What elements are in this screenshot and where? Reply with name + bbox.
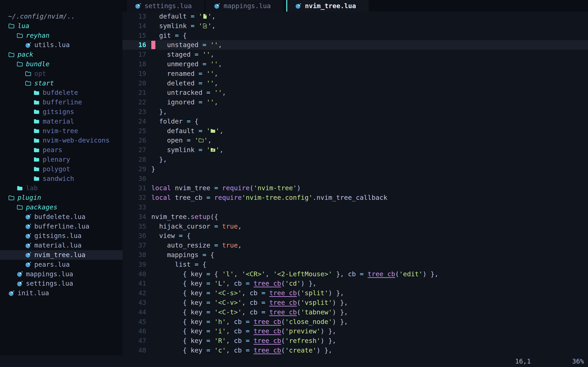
code-text: { key = 'h', cb = tree_cb('close_node') … bbox=[151, 317, 348, 327]
code-line-17[interactable]: 17 staged = '', bbox=[122, 50, 588, 59]
code-line-33[interactable]: 33 bbox=[122, 202, 588, 212]
tree-item-bundle[interactable]: bundle bbox=[0, 59, 122, 69]
tree-item-nvim-web-devicons[interactable]: nvim-web-devicons bbox=[0, 136, 122, 145]
tree-item-bufferline.lua[interactable]: bufferline.lua bbox=[0, 222, 122, 231]
line-number: 13 bbox=[122, 12, 146, 21]
tree-item-mappings.lua[interactable]: mappings.lua bbox=[0, 269, 122, 279]
code-text: open = '', bbox=[151, 136, 212, 145]
code-line-25[interactable]: 25 default = '', bbox=[122, 126, 588, 136]
code-line-48[interactable]: 48 { key = 'c', cb = tree_cb('create') }… bbox=[122, 346, 588, 355]
code-line-19[interactable]: 19 renamed = '', bbox=[122, 69, 588, 78]
tree-item-lab[interactable]: lab bbox=[0, 183, 122, 193]
tree-item-label: sandwich bbox=[43, 174, 74, 184]
tree-item-gitsigns[interactable]: gitsigns bbox=[0, 107, 122, 117]
folder-closed-icon bbox=[33, 137, 40, 144]
code-text: unstaged = '', bbox=[151, 40, 222, 50]
code-line-22[interactable]: 22 ignored = '', bbox=[122, 98, 588, 107]
code-text: view = { bbox=[151, 231, 191, 241]
tree-item-pears.lua[interactable]: pears.lua bbox=[0, 260, 122, 269]
code-line-23[interactable]: 23 }, bbox=[122, 107, 588, 117]
tree-item-pack[interactable]: pack bbox=[0, 50, 122, 59]
code-line-27[interactable]: 27 symlink = '', bbox=[122, 145, 588, 155]
line-number: 31 bbox=[122, 183, 146, 193]
code-line-39[interactable]: 39 list = { bbox=[122, 260, 588, 269]
cursor-position: 16,1 bbox=[515, 356, 531, 367]
tree-item-gitsigns.lua[interactable]: gitsigns.lua bbox=[0, 231, 122, 241]
code-line-46[interactable]: 46 { key = 'i', cb = tree_cb('preview') … bbox=[122, 326, 588, 336]
tree-item-pears[interactable]: pears bbox=[0, 145, 122, 155]
line-number: 44 bbox=[122, 308, 146, 317]
lua-icon bbox=[25, 242, 31, 249]
code-line-18[interactable]: 18 unmerged = '', bbox=[122, 59, 588, 69]
tree-item-settings.lua[interactable]: settings.lua bbox=[0, 279, 122, 288]
tab-settings.lua[interactable]: settings.lua bbox=[127, 0, 204, 12]
folder-closed-icon bbox=[33, 128, 40, 134]
code-line-34[interactable]: 34nvim_tree.setup({ bbox=[122, 212, 588, 222]
tree-item-label: bufdelete.lua bbox=[34, 212, 85, 222]
code-line-30[interactable]: 30 bbox=[122, 174, 588, 184]
code-line-45[interactable]: 45 { key = 'h', cb = tree_cb('close_node… bbox=[122, 317, 588, 327]
code-line-29[interactable]: 29} bbox=[122, 164, 588, 174]
lua-icon bbox=[17, 280, 23, 287]
folder-open-icon bbox=[8, 23, 15, 29]
tree-item-reyhan[interactable]: reyhan bbox=[0, 31, 122, 40]
code-line-36[interactable]: 36 view = { bbox=[122, 231, 588, 241]
code-line-20[interactable]: 20 deleted = '', bbox=[122, 78, 588, 88]
tree-item-.confignvim..[interactable]: ~/.config/nvim/.. bbox=[0, 12, 122, 21]
tree-item-plenary[interactable]: plenary bbox=[0, 155, 122, 164]
tab-nvim_tree.lua[interactable]: nvim_tree.lua bbox=[287, 0, 369, 12]
code-line-41[interactable]: 41 { key = 'L', cb = tree_cb('cd') }, bbox=[122, 279, 588, 288]
code-line-13[interactable]: 13 default = '', bbox=[122, 12, 588, 21]
tree-item-nvim_tree.lua[interactable]: nvim_tree.lua bbox=[0, 250, 122, 260]
line-number: 34 bbox=[122, 212, 146, 222]
lua-icon bbox=[8, 290, 15, 296]
tree-item-utils.lua[interactable]: utils.lua bbox=[0, 40, 122, 50]
tree-item-init.lua[interactable]: init.lua bbox=[0, 288, 122, 298]
code-text: staged = '', bbox=[151, 50, 214, 59]
folder-open-icon bbox=[25, 80, 31, 86]
code-line-37[interactable]: 37 auto_resize = true, bbox=[122, 241, 588, 250]
tree-item-lua[interactable]: lua bbox=[0, 21, 122, 31]
tree-item-start[interactable]: start bbox=[0, 78, 122, 88]
code-line-43[interactable]: 43 { key = '<C-v>', cb = tree_cb('vsplit… bbox=[122, 298, 588, 308]
code-line-44[interactable]: 44 { key = '<C-t>', cb = tree_cb('tabnew… bbox=[122, 308, 588, 317]
tree-item-packages[interactable]: packages bbox=[0, 202, 122, 212]
lua-icon bbox=[25, 213, 31, 220]
tab-mappings.lua[interactable]: mappings.lua bbox=[206, 0, 283, 12]
lua-icon bbox=[135, 3, 141, 9]
code-line-31[interactable]: 31local nvim_tree = require('nvim-tree') bbox=[122, 183, 588, 193]
code-line-14[interactable]: 14 symlink = '', bbox=[122, 21, 588, 31]
lua-icon bbox=[25, 233, 31, 239]
code-line-40[interactable]: 40 { key = { 'l', '<CR>', '<2-LeftMouse>… bbox=[122, 269, 588, 279]
code-line-47[interactable]: 47 { key = 'R', cb = tree_cb('refresh') … bbox=[122, 336, 588, 346]
code-line-28[interactable]: 28 }, bbox=[122, 155, 588, 164]
folder-closed-icon bbox=[33, 175, 40, 182]
code-line-42[interactable]: 42 { key = '<C-s>', cb = tree_cb('split'… bbox=[122, 288, 588, 298]
tree-item-polygot[interactable]: polygot bbox=[0, 164, 122, 174]
tree-item-plugin[interactable]: plugin bbox=[0, 193, 122, 202]
line-number: 14 bbox=[122, 21, 146, 31]
code-line-15[interactable]: 15 git = { bbox=[122, 31, 588, 40]
neovim-window: ~/.config/nvim/..luareyhanutils.luapackb… bbox=[0, 0, 588, 367]
folder-open-icon bbox=[8, 194, 15, 201]
code-line-35[interactable]: 35 hijack_cursor = true, bbox=[122, 222, 588, 231]
tree-item-sandwich[interactable]: sandwich bbox=[0, 174, 122, 184]
code-line-24[interactable]: 24 folder = { bbox=[122, 117, 588, 126]
code-line-26[interactable]: 26 open = '', bbox=[122, 136, 588, 145]
tree-item-material.lua[interactable]: material.lua bbox=[0, 241, 122, 250]
tree-item-nvim-tree[interactable]: nvim-tree bbox=[0, 126, 122, 136]
tree-item-bufdelete[interactable]: bufdelete bbox=[0, 88, 122, 98]
tree-item-label: lab bbox=[26, 183, 38, 193]
code-line-32[interactable]: 32local tree_cb = require'nvim-tree.conf… bbox=[122, 193, 588, 202]
tree-item-label: settings.lua bbox=[26, 279, 73, 288]
code-line-16[interactable]: 16 unstaged = '', bbox=[122, 40, 588, 50]
tree-item-opt[interactable]: opt bbox=[0, 69, 122, 78]
line-number: 35 bbox=[122, 222, 146, 231]
tree-item-bufdelete.lua[interactable]: bufdelete.lua bbox=[0, 212, 122, 222]
tree-item-bufferline[interactable]: bufferline bbox=[0, 98, 122, 107]
line-number: 17 bbox=[122, 50, 146, 59]
tree-item-material[interactable]: material bbox=[0, 117, 122, 126]
code-line-21[interactable]: 21 untracked = '', bbox=[122, 88, 588, 98]
code-buffer[interactable]: 13 default = '',14 symlink = '',15 git =… bbox=[122, 12, 588, 356]
code-line-38[interactable]: 38 mappings = { bbox=[122, 250, 588, 260]
